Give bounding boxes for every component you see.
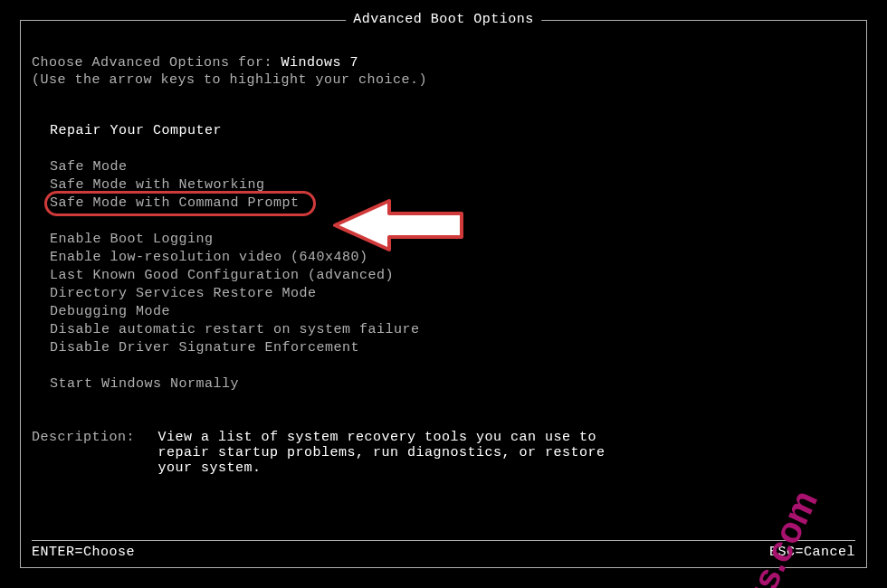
menu-group-repair: Repair Your Computer [32,122,855,140]
menu-item-disable-driver-signature[interactable]: Disable Driver Signature Enforcement [50,339,855,357]
choose-instruction: Choose Advanced Options for: Windows 7 [32,55,855,71]
menu-item-safe-mode-command-prompt[interactable]: Safe Mode with Command Prompt [50,194,300,213]
svg-marker-0 [335,201,462,250]
menu-item-disable-auto-restart[interactable]: Disable automatic restart on system fail… [50,321,855,339]
description-label: Description: [32,430,149,445]
boot-options-window: Advanced Boot Options Choose Advanced Op… [20,20,867,568]
menu-group-normal: Start Windows Normally [32,375,855,394]
menu-item-directory-services-restore[interactable]: Directory Services Restore Mode [50,285,855,303]
arrow-annotation [326,194,471,257]
menu-item-safe-mode-networking[interactable]: Safe Mode with Networking [50,176,855,194]
menu-item-last-known-good[interactable]: Last Known Good Configuration (advanced) [50,267,855,285]
footer-enter-hint: ENTER=Choose [32,545,135,560]
description-block: Description: View a list of system recov… [32,430,855,476]
menu-item-safe-mode[interactable]: Safe Mode [50,158,855,176]
footer-esc-hint: ESC=Cancel [769,545,855,560]
menu-item-start-windows-normally[interactable]: Start Windows Normally [50,375,855,394]
description-text: View a list of system recovery tools you… [158,430,647,476]
menu-item-repair-your-computer[interactable]: Repair Your Computer [50,122,855,140]
footer-bar: ENTER=Choose ESC=Cancel [32,540,855,560]
window-title: Advanced Boot Options [346,12,541,27]
choose-prefix: Choose Advanced Options for: [32,55,281,71]
arrow-left-icon [326,194,471,257]
arrow-keys-hint: (Use the arrow keys to highlight your ch… [32,72,855,88]
menu-item-label: Safe Mode with Command Prompt [50,195,300,211]
os-name: Windows 7 [281,55,359,71]
menu-item-debugging-mode[interactable]: Debugging Mode [50,303,855,321]
